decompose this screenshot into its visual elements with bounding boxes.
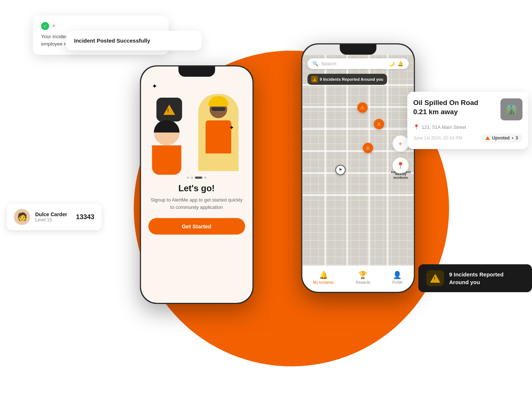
oil-date: June 1st 2024, 02:43 PM xyxy=(413,135,462,141)
check-icon: ✓ xyxy=(41,22,49,30)
nearby-incidents-label: Nearby Incidents xyxy=(390,172,412,180)
phone-subtext: Signup to AlertMe app to get started qui… xyxy=(148,196,245,211)
map-marker-custom[interactable]: ⚑ xyxy=(335,165,345,175)
profile-icon: 👤 xyxy=(393,271,402,279)
incidents-icon: 🔔 xyxy=(319,271,328,279)
add-incident-button[interactable]: ＋ xyxy=(392,135,408,152)
worker-figure xyxy=(198,94,238,171)
illus-warning-box xyxy=(156,98,182,122)
nav-item-incidents[interactable]: 🔔 My Incidents xyxy=(313,271,334,284)
map-marker-2[interactable]: ⚠ xyxy=(374,119,384,129)
close-button[interactable]: × xyxy=(52,23,55,29)
oil-card-header: Oil Spilled On Road 0.21 km away 🛣️ xyxy=(413,98,522,120)
user-name: Dulce Carder xyxy=(35,211,67,217)
dot-3-active xyxy=(195,177,202,179)
road-h3 xyxy=(302,128,414,130)
worker-head xyxy=(209,101,227,118)
map-marker-3[interactable]: ⚠ xyxy=(363,143,373,153)
upvote-label: Upvoted xyxy=(492,135,510,141)
map-alert-bar: 9 Incidents Reported Around you xyxy=(307,74,387,85)
nav-label-incidents: My Incidents xyxy=(313,280,334,284)
sparkle-icon-tl: ✦ xyxy=(152,82,157,90)
phones-container: ✦ xyxy=(129,43,415,374)
user-level: Level 15 xyxy=(35,217,67,222)
road-v4 xyxy=(386,55,388,265)
road-v3 xyxy=(368,55,370,265)
bell-icon: 🔔 xyxy=(397,61,403,66)
girl-figure xyxy=(152,120,181,175)
nav-label-rewards: Rewards xyxy=(356,280,370,284)
phone-left: ✦ xyxy=(140,65,253,304)
upvote-badge[interactable]: Upvoted • 3 xyxy=(481,134,522,142)
sparkle-icon-tr: ✦ xyxy=(229,124,234,131)
moon-icon: 🌙 xyxy=(389,61,395,66)
warning-triangle-icon xyxy=(430,274,440,283)
phone-notch-left xyxy=(178,66,215,77)
dots-indicator xyxy=(187,177,206,179)
dot-2 xyxy=(191,177,193,179)
search-icon: 🔍 xyxy=(312,61,318,66)
illus-warning-triangle-icon xyxy=(163,105,175,115)
road-h6 xyxy=(302,194,414,196)
road-v2 xyxy=(346,55,348,265)
warning-box xyxy=(426,270,444,286)
road-v1 xyxy=(324,55,326,265)
notification-card: ✓ Incident Posted Successfully × Your in… xyxy=(33,15,169,55)
phone-notch-right xyxy=(340,44,376,55)
notification-title: Incident Posted Successfully xyxy=(66,31,202,50)
girl-hair xyxy=(154,120,179,133)
worker-helmet xyxy=(208,96,228,106)
girl-body xyxy=(152,145,181,175)
nearby-incidents-button[interactable]: 📍 xyxy=(392,157,408,174)
hero-illustration: ✦ xyxy=(148,90,245,175)
oil-address: 121, 51A Main Street xyxy=(422,124,466,130)
dot-1 xyxy=(187,177,189,179)
dot-4 xyxy=(204,177,206,179)
get-started-button[interactable]: Get Started xyxy=(148,218,245,235)
oil-card-title: Oil Spilled On Road 0.21 km away xyxy=(413,98,497,116)
girl-head xyxy=(154,120,179,145)
oil-location-row: 📍 121, 51A Main Street xyxy=(413,124,522,130)
map-alert-text: 9 Incidents Reported Around you xyxy=(320,77,383,81)
phone-headline: Let's go! xyxy=(179,183,215,193)
nav-item-rewards[interactable]: 🏆 Rewards xyxy=(356,271,370,284)
map-marker-1[interactable]: ⚠ xyxy=(357,102,367,113)
worker-glasses xyxy=(211,107,225,111)
upvote-count: 3 xyxy=(516,135,518,141)
search-placeholder: Search xyxy=(321,61,386,66)
incident-badge-text: 9 Incidents Reported Around you xyxy=(449,271,503,286)
oil-card-footer: June 1st 2024, 02:43 PM Upvoted • 3 xyxy=(413,134,522,142)
nav-label-profile: Profile xyxy=(392,280,403,284)
avatar: 🧑 xyxy=(14,209,30,225)
bottom-nav: 🔔 My Incidents 🏆 Rewards 👤 Profile xyxy=(302,265,414,292)
location-icon: 📍 xyxy=(413,124,419,130)
incident-badge: 9 Incidents Reported Around you xyxy=(418,264,532,292)
worker-body xyxy=(205,120,231,153)
oil-spill-card: Oil Spilled On Road 0.21 km away 🛣️ 📍 12… xyxy=(407,92,528,149)
nav-item-profile[interactable]: 👤 Profile xyxy=(392,271,403,284)
map-area: 🔍 Search 🌙 🔔 9 Incidents Reported Around… xyxy=(302,55,414,265)
oil-incident-title: Oil Spilled On Road 0.21 km away xyxy=(413,98,497,116)
map-warn-icon xyxy=(311,76,318,83)
upvote-separator: • xyxy=(512,135,513,141)
user-info: Dulce Carder Level 15 xyxy=(35,211,67,222)
mini-warning-triangle-icon xyxy=(312,78,316,81)
phone-right: 🔍 Search 🌙 🔔 9 Incidents Reported Around… xyxy=(301,43,415,293)
upvote-triangle-icon xyxy=(485,136,490,140)
map-search-bar[interactable]: 🔍 Search 🌙 🔔 xyxy=(307,58,408,69)
user-points: 13343 xyxy=(76,213,94,221)
rewards-icon: 🏆 xyxy=(358,271,367,279)
user-card: 🧑 Dulce Carder Level 15 13343 xyxy=(7,204,102,230)
oil-thumbnail: 🛣️ xyxy=(500,98,522,120)
